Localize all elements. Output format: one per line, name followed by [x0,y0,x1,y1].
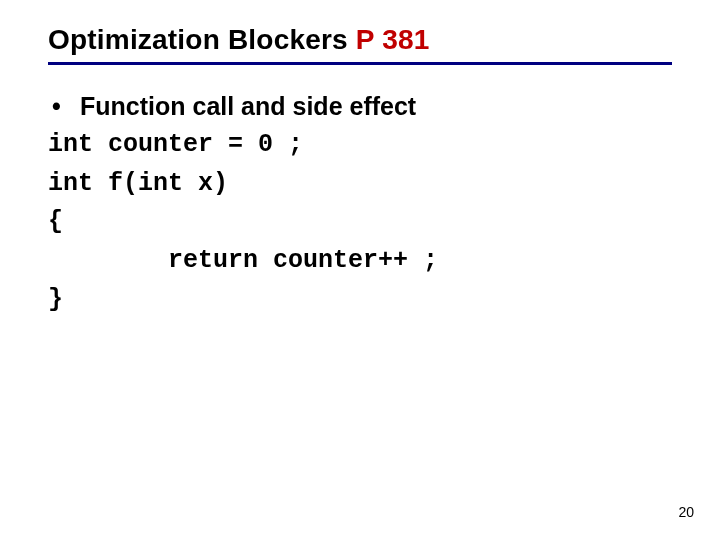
slide-title: Optimization Blockers P 381 [48,24,672,56]
slide-body: • Function call and side effect int coun… [48,87,672,320]
slide: Optimization Blockers P 381 • Function c… [0,0,720,540]
page-number: 20 [678,504,694,520]
code-line-5: } [48,281,672,320]
code-line-2: int f(int x) [48,165,672,204]
bullet-item: • Function call and side effect [48,87,672,126]
code-line-1: int counter = 0 ; [48,126,672,165]
title-underline [48,62,672,65]
title-main: Optimization Blockers [48,24,356,55]
code-line-4: return counter++ ; [48,242,672,281]
bullet-dot-icon: • [48,87,80,126]
title-ref: P 381 [356,24,430,55]
code-line-3: { [48,203,672,242]
bullet-text: Function call and side effect [80,87,416,126]
